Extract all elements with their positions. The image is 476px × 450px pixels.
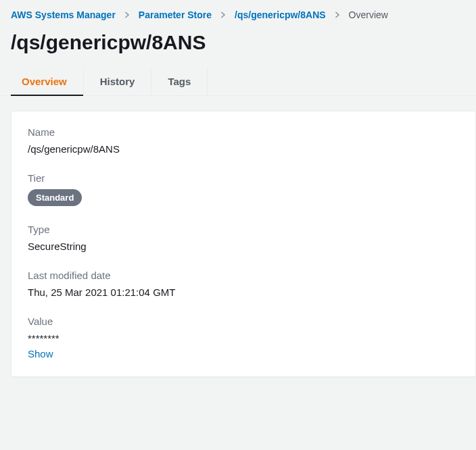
field-label-last-modified: Last modified date xyxy=(28,270,459,281)
field-name: Name /qs/genericpw/8ANS xyxy=(28,126,459,155)
tab-history[interactable]: History xyxy=(84,68,152,95)
page-title: /qs/genericpw/8ANS xyxy=(0,26,476,68)
field-type: Type SecureString xyxy=(28,224,459,252)
field-label-name: Name xyxy=(28,126,459,138)
chevron-right-icon xyxy=(124,11,130,18)
details-panel: Name /qs/genericpw/8ANS Tier Standard Ty… xyxy=(11,111,476,377)
field-last-modified: Last modified date Thu, 25 Mar 2021 01:2… xyxy=(28,270,459,298)
chevron-right-icon xyxy=(220,11,227,18)
chevron-right-icon xyxy=(334,11,341,18)
field-value-type: SecureString xyxy=(28,241,459,252)
breadcrumb-link-systems-manager[interactable]: AWS Systems Manager xyxy=(11,9,116,20)
field-label-type: Type xyxy=(28,224,459,235)
breadcrumb-link-parameter[interactable]: /qs/genericpw/8ANS xyxy=(235,9,326,20)
tier-badge: Standard xyxy=(28,189,82,206)
tabs: Overview History Tags xyxy=(0,68,476,96)
breadcrumb: AWS Systems Manager Parameter Store /qs/… xyxy=(0,0,476,26)
field-label-value: Value xyxy=(28,316,459,327)
tab-tags[interactable]: Tags xyxy=(151,68,208,95)
breadcrumb-current: Overview xyxy=(349,9,388,20)
field-label-tier: Tier xyxy=(28,172,459,184)
field-value-last-modified: Thu, 25 Mar 2021 01:21:04 GMT xyxy=(28,286,459,298)
field-tier: Tier Standard xyxy=(28,172,459,206)
value-masked: ******** xyxy=(28,332,459,344)
tab-overview[interactable]: Overview xyxy=(11,68,84,95)
breadcrumb-link-parameter-store[interactable]: Parameter Store xyxy=(139,9,212,20)
show-value-button[interactable]: Show xyxy=(28,348,53,359)
field-value-name: /qs/genericpw/8ANS xyxy=(28,143,459,155)
field-value: Value ******** Show xyxy=(28,316,459,360)
